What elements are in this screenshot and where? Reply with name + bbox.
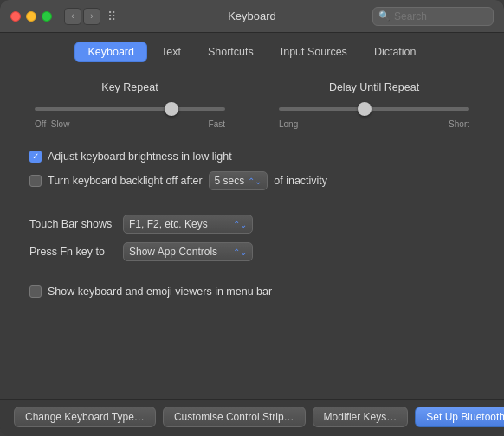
delay-repeat-thumb[interactable] xyxy=(358,102,372,116)
show-viewers-checkbox[interactable] xyxy=(29,285,42,298)
key-repeat-track xyxy=(35,107,225,111)
key-repeat-label: Key Repeat xyxy=(101,81,158,93)
backlight-duration-dropdown[interactable]: 5 secs ⌃⌄ xyxy=(209,171,268,190)
sliders-row: Key Repeat Off Slow Fast Delay Until Rep… xyxy=(26,78,478,129)
backlight-duration-value: 5 secs xyxy=(215,175,245,187)
change-keyboard-type-button[interactable]: Change Keyboard Type… xyxy=(14,407,156,427)
keyboard-window: ‹ › ⠿ Keyboard 🔍 Keyboard Text Shortcuts… xyxy=(0,0,504,436)
backlight-off-row: Turn keyboard backlight off after 5 secs… xyxy=(26,171,478,190)
tab-text[interactable]: Text xyxy=(148,42,194,62)
minimize-button[interactable] xyxy=(26,11,36,22)
delay-repeat-group: Delay Until Repeat Long Short xyxy=(279,81,469,129)
key-repeat-slider[interactable] xyxy=(35,100,225,118)
backlight-off-checkbox[interactable] xyxy=(29,175,42,187)
window-title: Keyboard xyxy=(228,10,276,22)
tab-bar: Keyboard Text Shortcuts Input Sources Di… xyxy=(0,33,504,69)
fn-key-arrow: ⌃⌄ xyxy=(233,247,247,257)
fn-key-value: Show App Controls xyxy=(129,246,217,258)
delay-repeat-label: Delay Until Repeat xyxy=(329,81,419,93)
fn-key-row: Press Fn key to Show App Controls ⌃⌄ xyxy=(26,242,478,261)
key-repeat-fast-label: Fast xyxy=(209,119,225,129)
adjust-brightness-checkbox[interactable]: ✓ xyxy=(29,151,42,163)
checkmark-icon: ✓ xyxy=(32,152,39,161)
adjust-brightness-row: ✓ Adjust keyboard brightness in low ligh… xyxy=(26,151,478,163)
delay-repeat-long-label: Long xyxy=(279,119,298,129)
search-box[interactable]: 🔍 xyxy=(372,7,494,26)
delay-repeat-short-label: Short xyxy=(449,119,469,129)
key-repeat-off-label: Off Slow xyxy=(35,119,69,129)
title-bar: ‹ › ⠿ Keyboard 🔍 xyxy=(0,0,504,33)
back-button[interactable]: ‹ xyxy=(64,8,81,25)
delay-repeat-track xyxy=(279,107,469,111)
key-repeat-thumb[interactable] xyxy=(165,102,178,116)
tab-keyboard[interactable]: Keyboard xyxy=(74,42,147,62)
touch-bar-label: Touch Bar shows xyxy=(29,218,116,230)
show-viewers-row: Show keyboard and emoji viewers in menu … xyxy=(26,285,478,298)
tab-input-sources[interactable]: Input Sources xyxy=(268,42,360,62)
nav-buttons: ‹ › xyxy=(64,8,100,25)
touch-bar-arrow: ⌃⌄ xyxy=(233,220,247,229)
touch-bar-row: Touch Bar shows F1, F2, etc. Keys ⌃⌄ xyxy=(26,215,478,234)
adjust-brightness-label: Adjust keyboard brightness in low light xyxy=(48,151,232,163)
key-repeat-group: Key Repeat Off Slow Fast xyxy=(35,81,225,129)
touch-bar-dropdown[interactable]: F1, F2, etc. Keys ⌃⌄ xyxy=(123,215,253,234)
fn-key-dropdown[interactable]: Show App Controls ⌃⌄ xyxy=(123,242,253,261)
touch-bar-value: F1, F2, etc. Keys xyxy=(129,218,208,230)
key-repeat-labels: Off Slow Fast xyxy=(35,119,225,129)
backlight-dropdown-arrow: ⌃⌄ xyxy=(248,176,262,186)
bottom-bar: Change Keyboard Type… Customise Control … xyxy=(0,399,504,436)
content-area: Key Repeat Off Slow Fast Delay Until Rep… xyxy=(0,69,504,399)
show-viewers-label: Show keyboard and emoji viewers in menu … xyxy=(48,285,272,298)
tab-shortcuts[interactable]: Shortcuts xyxy=(195,42,267,62)
modifier-keys-button[interactable]: Modifier Keys… xyxy=(313,407,409,427)
customise-control-strip-button[interactable]: Customise Control Strip… xyxy=(163,407,306,427)
backlight-off-label: Turn keyboard backlight off after xyxy=(48,175,203,187)
grid-button[interactable]: ⠿ xyxy=(107,10,116,23)
bottom-right-buttons: Customise Control Strip… Modifier Keys… … xyxy=(163,407,504,427)
delay-repeat-labels: Long Short xyxy=(279,119,469,129)
forward-button[interactable]: › xyxy=(83,8,100,25)
backlight-suffix-label: of inactivity xyxy=(274,175,327,187)
fn-key-label: Press Fn key to xyxy=(29,246,116,258)
delay-repeat-slider[interactable] xyxy=(279,100,469,118)
close-button[interactable] xyxy=(10,11,21,22)
search-icon: 🔍 xyxy=(378,10,391,22)
maximize-button[interactable] xyxy=(42,11,52,22)
setup-bluetooth-button[interactable]: Set Up Bluetooth Keyboard… xyxy=(415,407,504,427)
tab-dictation[interactable]: Dictation xyxy=(361,42,430,62)
search-input[interactable] xyxy=(394,10,488,22)
traffic-lights xyxy=(10,11,52,22)
